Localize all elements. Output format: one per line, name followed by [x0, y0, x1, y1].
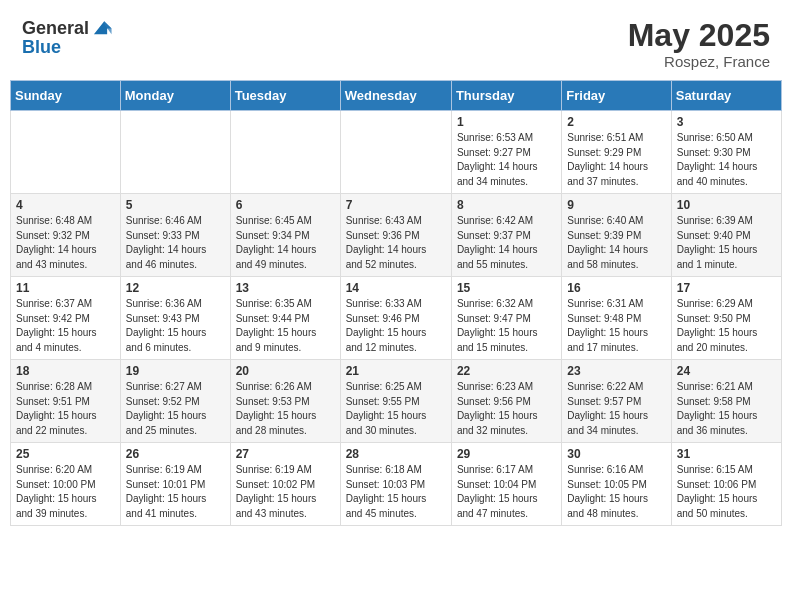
day-number: 16 [567, 281, 665, 295]
day-number: 17 [677, 281, 776, 295]
calendar-day-cell: 3Sunrise: 6:50 AM Sunset: 9:30 PM Daylig… [671, 111, 781, 194]
calendar-week-row: 4Sunrise: 6:48 AM Sunset: 9:32 PM Daylig… [11, 194, 782, 277]
calendar-header-row: SundayMondayTuesdayWednesdayThursdayFrid… [11, 81, 782, 111]
day-number: 1 [457, 115, 556, 129]
day-number: 26 [126, 447, 225, 461]
day-number: 19 [126, 364, 225, 378]
day-number: 30 [567, 447, 665, 461]
calendar-day-cell [120, 111, 230, 194]
day-info: Sunrise: 6:35 AM Sunset: 9:44 PM Dayligh… [236, 297, 335, 355]
day-info: Sunrise: 6:27 AM Sunset: 9:52 PM Dayligh… [126, 380, 225, 438]
day-number: 24 [677, 364, 776, 378]
day-info: Sunrise: 6:51 AM Sunset: 9:29 PM Dayligh… [567, 131, 665, 189]
day-number: 10 [677, 198, 776, 212]
calendar-day-cell: 11Sunrise: 6:37 AM Sunset: 9:42 PM Dayli… [11, 277, 121, 360]
day-info: Sunrise: 6:18 AM Sunset: 10:03 PM Daylig… [346, 463, 446, 521]
day-info: Sunrise: 6:45 AM Sunset: 9:34 PM Dayligh… [236, 214, 335, 272]
day-info: Sunrise: 6:17 AM Sunset: 10:04 PM Daylig… [457, 463, 556, 521]
calendar-day-cell: 26Sunrise: 6:19 AM Sunset: 10:01 PM Dayl… [120, 443, 230, 526]
calendar-day-cell: 18Sunrise: 6:28 AM Sunset: 9:51 PM Dayli… [11, 360, 121, 443]
calendar-table: SundayMondayTuesdayWednesdayThursdayFrid… [10, 80, 782, 526]
day-header-sunday: Sunday [11, 81, 121, 111]
day-number: 14 [346, 281, 446, 295]
calendar-day-cell: 2Sunrise: 6:51 AM Sunset: 9:29 PM Daylig… [562, 111, 671, 194]
day-info: Sunrise: 6:23 AM Sunset: 9:56 PM Dayligh… [457, 380, 556, 438]
day-info: Sunrise: 6:26 AM Sunset: 9:53 PM Dayligh… [236, 380, 335, 438]
logo-icon [91, 16, 113, 38]
calendar-day-cell [230, 111, 340, 194]
title-area: May 2025 Rospez, France [628, 18, 770, 70]
calendar-day-cell: 30Sunrise: 6:16 AM Sunset: 10:05 PM Dayl… [562, 443, 671, 526]
calendar-day-cell: 13Sunrise: 6:35 AM Sunset: 9:44 PM Dayli… [230, 277, 340, 360]
page-header: General Blue May 2025 Rospez, France [10, 10, 782, 74]
day-info: Sunrise: 6:48 AM Sunset: 9:32 PM Dayligh… [16, 214, 115, 272]
calendar-week-row: 18Sunrise: 6:28 AM Sunset: 9:51 PM Dayli… [11, 360, 782, 443]
calendar-day-cell: 16Sunrise: 6:31 AM Sunset: 9:48 PM Dayli… [562, 277, 671, 360]
day-number: 6 [236, 198, 335, 212]
day-info: Sunrise: 6:19 AM Sunset: 10:02 PM Daylig… [236, 463, 335, 521]
day-number: 23 [567, 364, 665, 378]
day-info: Sunrise: 6:29 AM Sunset: 9:50 PM Dayligh… [677, 297, 776, 355]
day-info: Sunrise: 6:40 AM Sunset: 9:39 PM Dayligh… [567, 214, 665, 272]
calendar-day-cell: 9Sunrise: 6:40 AM Sunset: 9:39 PM Daylig… [562, 194, 671, 277]
calendar-day-cell: 7Sunrise: 6:43 AM Sunset: 9:36 PM Daylig… [340, 194, 451, 277]
calendar-day-cell: 25Sunrise: 6:20 AM Sunset: 10:00 PM Dayl… [11, 443, 121, 526]
calendar-day-cell: 21Sunrise: 6:25 AM Sunset: 9:55 PM Dayli… [340, 360, 451, 443]
day-number: 2 [567, 115, 665, 129]
day-number: 15 [457, 281, 556, 295]
day-number: 29 [457, 447, 556, 461]
calendar-day-cell: 23Sunrise: 6:22 AM Sunset: 9:57 PM Dayli… [562, 360, 671, 443]
calendar-day-cell: 15Sunrise: 6:32 AM Sunset: 9:47 PM Dayli… [451, 277, 561, 360]
day-info: Sunrise: 6:22 AM Sunset: 9:57 PM Dayligh… [567, 380, 665, 438]
calendar-day-cell: 31Sunrise: 6:15 AM Sunset: 10:06 PM Dayl… [671, 443, 781, 526]
day-number: 12 [126, 281, 225, 295]
calendar-day-cell: 4Sunrise: 6:48 AM Sunset: 9:32 PM Daylig… [11, 194, 121, 277]
calendar-day-cell: 12Sunrise: 6:36 AM Sunset: 9:43 PM Dayli… [120, 277, 230, 360]
day-number: 28 [346, 447, 446, 461]
day-info: Sunrise: 6:21 AM Sunset: 9:58 PM Dayligh… [677, 380, 776, 438]
day-number: 31 [677, 447, 776, 461]
day-info: Sunrise: 6:36 AM Sunset: 9:43 PM Dayligh… [126, 297, 225, 355]
day-info: Sunrise: 6:31 AM Sunset: 9:48 PM Dayligh… [567, 297, 665, 355]
day-info: Sunrise: 6:16 AM Sunset: 10:05 PM Daylig… [567, 463, 665, 521]
day-number: 13 [236, 281, 335, 295]
day-number: 4 [16, 198, 115, 212]
calendar-day-cell: 14Sunrise: 6:33 AM Sunset: 9:46 PM Dayli… [340, 277, 451, 360]
day-info: Sunrise: 6:42 AM Sunset: 9:37 PM Dayligh… [457, 214, 556, 272]
day-number: 22 [457, 364, 556, 378]
day-info: Sunrise: 6:25 AM Sunset: 9:55 PM Dayligh… [346, 380, 446, 438]
day-number: 21 [346, 364, 446, 378]
calendar-day-cell: 19Sunrise: 6:27 AM Sunset: 9:52 PM Dayli… [120, 360, 230, 443]
day-info: Sunrise: 6:39 AM Sunset: 9:40 PM Dayligh… [677, 214, 776, 272]
logo-blue: Blue [22, 37, 61, 57]
location-title: Rospez, France [628, 53, 770, 70]
calendar-day-cell [11, 111, 121, 194]
day-number: 20 [236, 364, 335, 378]
day-number: 3 [677, 115, 776, 129]
month-title: May 2025 [628, 18, 770, 53]
day-number: 7 [346, 198, 446, 212]
day-number: 25 [16, 447, 115, 461]
day-info: Sunrise: 6:15 AM Sunset: 10:06 PM Daylig… [677, 463, 776, 521]
calendar-week-row: 1Sunrise: 6:53 AM Sunset: 9:27 PM Daylig… [11, 111, 782, 194]
day-number: 18 [16, 364, 115, 378]
logo-general: General [22, 19, 89, 37]
calendar-day-cell: 6Sunrise: 6:45 AM Sunset: 9:34 PM Daylig… [230, 194, 340, 277]
day-info: Sunrise: 6:20 AM Sunset: 10:00 PM Daylig… [16, 463, 115, 521]
day-info: Sunrise: 6:28 AM Sunset: 9:51 PM Dayligh… [16, 380, 115, 438]
day-number: 27 [236, 447, 335, 461]
day-info: Sunrise: 6:37 AM Sunset: 9:42 PM Dayligh… [16, 297, 115, 355]
calendar-day-cell: 29Sunrise: 6:17 AM Sunset: 10:04 PM Dayl… [451, 443, 561, 526]
calendar-day-cell: 17Sunrise: 6:29 AM Sunset: 9:50 PM Dayli… [671, 277, 781, 360]
day-info: Sunrise: 6:43 AM Sunset: 9:36 PM Dayligh… [346, 214, 446, 272]
calendar-day-cell: 22Sunrise: 6:23 AM Sunset: 9:56 PM Dayli… [451, 360, 561, 443]
day-number: 9 [567, 198, 665, 212]
day-info: Sunrise: 6:32 AM Sunset: 9:47 PM Dayligh… [457, 297, 556, 355]
calendar-day-cell: 5Sunrise: 6:46 AM Sunset: 9:33 PM Daylig… [120, 194, 230, 277]
calendar-week-row: 11Sunrise: 6:37 AM Sunset: 9:42 PM Dayli… [11, 277, 782, 360]
calendar-day-cell [340, 111, 451, 194]
day-header-wednesday: Wednesday [340, 81, 451, 111]
day-info: Sunrise: 6:53 AM Sunset: 9:27 PM Dayligh… [457, 131, 556, 189]
day-info: Sunrise: 6:19 AM Sunset: 10:01 PM Daylig… [126, 463, 225, 521]
calendar-day-cell: 24Sunrise: 6:21 AM Sunset: 9:58 PM Dayli… [671, 360, 781, 443]
